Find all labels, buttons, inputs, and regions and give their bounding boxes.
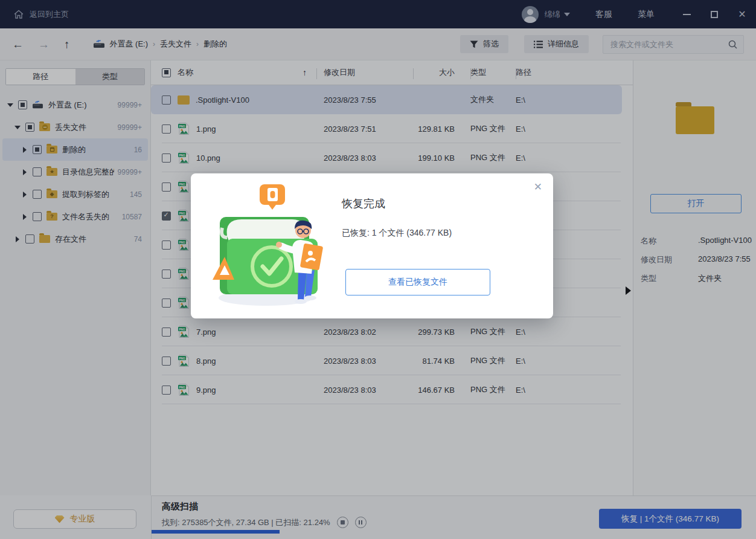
recovery-complete-dialog: ✕ 恢复完成 已恢复: 1 个文件 (346.77 KB) 查看已恢复文件 xyxy=(191,173,553,318)
dialog-message: 已恢复: 1 个文件 (346.77 KB) xyxy=(342,228,452,239)
recovery-illustration xyxy=(207,179,327,309)
dialog-close-icon[interactable]: ✕ xyxy=(534,182,542,192)
view-recovered-files-button[interactable]: 查看已恢复文件 xyxy=(345,269,490,295)
dialog-title: 恢复完成 xyxy=(342,196,385,211)
